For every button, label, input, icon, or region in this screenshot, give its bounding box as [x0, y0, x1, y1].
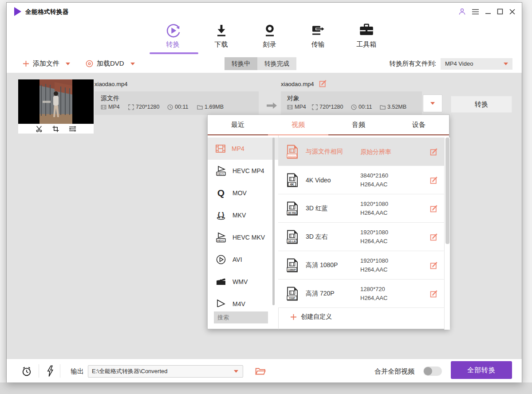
minimize-icon[interactable] [485, 8, 491, 15]
target-format-caret-icon [430, 102, 435, 105]
edit-preset-icon[interactable] [430, 290, 438, 298]
preset-row-4k[interactable]: 4K 4K Video 3840*2160 H264,AAC [278, 166, 444, 194]
preset-list-scrollbar-thumb[interactable] [445, 138, 449, 244]
edit-preset-icon[interactable] [430, 176, 438, 184]
toolbar: 添加文件 加载DVD 转换中 转换完成 转换所有文件到: MP4 Video [7, 55, 522, 73]
edit-preset-icon[interactable] [430, 261, 438, 269]
effects-adjust-icon[interactable] [69, 126, 76, 132]
output-path-value: E:\全能格式转换器\Converted [92, 367, 168, 375]
high-speed-bolt-icon[interactable] [46, 365, 55, 377]
edit-preset-icon[interactable] [430, 233, 438, 241]
tab-download-label: 下载 [215, 40, 228, 49]
tab-convert-label: 转换 [166, 40, 180, 49]
preset-resolution: 1920*1080 [360, 256, 418, 265]
create-custom-button[interactable]: 创建自定义 [290, 313, 332, 321]
rename-edit-icon[interactable] [319, 79, 327, 87]
target-format: MP4 [287, 104, 306, 110]
svg-text:3D RB: 3D RB [288, 211, 296, 214]
target-panel-label: 对象 [287, 95, 299, 102]
preset-name: 与源文件相同 [306, 148, 360, 156]
format-item-mkv[interactable]: { } MKV [208, 204, 278, 226]
clock-icon [167, 104, 173, 110]
app-logo-icon [13, 7, 22, 16]
source-info-panel: 源文件 MP4 720*1280 00:11 1.69MB [95, 91, 259, 115]
plus-icon [23, 60, 29, 67]
merge-videos-toggle[interactable] [423, 366, 442, 376]
convert-all-to-group: 转换所有文件到: MP4 Video [389, 55, 512, 73]
source-filename: xiaodao.mp4 [95, 81, 127, 87]
maximize-icon[interactable] [497, 8, 503, 15]
open-output-folder-icon[interactable] [255, 367, 266, 375]
edit-preset-icon[interactable] [430, 148, 438, 156]
tab-toolbox[interactable]: 工具箱 [342, 20, 390, 52]
target-resolution: 720*1280 [312, 104, 343, 110]
bottom-bar: 输出 E:\全能格式转换器\Converted 合并全部视频 全部转换 [7, 359, 522, 382]
popup-tab-recent[interactable]: 最近 [208, 115, 268, 134]
convert-all-button[interactable]: 全部转换 [451, 361, 512, 379]
preset-resolution: 3840*2160 [360, 171, 418, 180]
popup-tab-audio[interactable]: 音频 [328, 115, 389, 134]
edit-preset-icon[interactable] [430, 205, 438, 213]
account-icon[interactable] [458, 8, 466, 16]
load-dvd-caret-icon[interactable] [130, 63, 135, 65]
preset-name: 3D 红蓝 [306, 205, 360, 213]
format-item-wmv[interactable]: WMV [208, 271, 278, 293]
tab-burn-label: 刻录 [263, 40, 276, 49]
quicktime-q-icon: Q [215, 187, 227, 199]
load-dvd-button[interactable]: 加载DVD [86, 55, 135, 73]
preset-row-same-as-source[interactable]: source 与源文件相同 原始分辨率 [278, 138, 444, 166]
preset-row-hd-1080p[interactable]: 1080P 高清 1080P 1920*1080 H264,AAC [278, 251, 444, 280]
mp4-film-icon [215, 143, 226, 154]
format-item-hevc-mp4[interactable]: HEVC HEVC MP4 [208, 160, 278, 182]
format-picker-popup: 最近 视频 音频 设备 MP4 HEVC HEVC MP4 [207, 114, 449, 329]
divider [39, 364, 39, 378]
tab-converted[interactable]: 转换完成 [257, 57, 296, 70]
target-format-dropdown-button[interactable] [423, 95, 442, 112]
format-list-scrollbar[interactable] [272, 138, 275, 305]
tab-convert[interactable]: 转换 [149, 20, 197, 52]
format-item-mp4[interactable]: MP4 [208, 138, 278, 160]
preset-list-scrollbar-track[interactable] [444, 138, 450, 330]
add-files-button[interactable]: 添加文件 [23, 55, 70, 73]
schedule-clock-icon[interactable] [21, 366, 32, 377]
output-format-select[interactable]: MP4 Video [441, 58, 512, 70]
preset-resolution: 原始分辨率 [360, 147, 418, 156]
preset-specs: 1920*1080 H264,AAC [360, 200, 418, 217]
svg-text:Q: Q [217, 188, 225, 198]
title-bar: 全能格式转换器 [7, 3, 522, 20]
popup-tab-device[interactable]: 设备 [389, 115, 449, 134]
source-format: MP4 [101, 104, 120, 110]
output-label: 输出 [71, 367, 84, 376]
format-item-mov[interactable]: Q MOV [208, 182, 278, 204]
convert-row-button[interactable]: 转换 [451, 96, 512, 113]
1080p-file-icon: 1080P [286, 258, 299, 272]
close-icon[interactable] [509, 8, 516, 15]
preset-row-3d-rb[interactable]: 3D RB 3D 红蓝 1920*1080 H264,AAC [278, 194, 444, 223]
format-item-hevc-mkv[interactable]: HEVC HEVC MKV [208, 226, 278, 248]
tab-toolbox-label: 工具箱 [356, 40, 376, 49]
trim-scissors-icon[interactable] [35, 126, 43, 132]
svg-text:source: source [288, 154, 296, 157]
format-search-input[interactable] [214, 311, 268, 323]
format-item-m4v[interactable]: M4V [208, 293, 278, 307]
desktop-background [0, 382, 532, 394]
toggle-knob [424, 367, 432, 375]
tab-download[interactable]: 下载 [197, 20, 245, 52]
burn-disc-icon [262, 22, 278, 39]
load-dvd-label: 加载DVD [97, 59, 124, 68]
popup-tab-video[interactable]: 视频 [268, 115, 328, 134]
menu-icon[interactable] [472, 8, 479, 15]
preset-row-3d-lr[interactable]: 3D LR 3D 左右 1920*1080 H264,AAC [278, 223, 444, 251]
divider [60, 364, 60, 378]
tab-converting[interactable]: 转换中 [225, 57, 257, 70]
output-path-select[interactable]: E:\全能格式转换器\Converted [88, 365, 243, 378]
tab-transfer[interactable]: 传输 [294, 20, 342, 52]
preset-row-hd-720p[interactable]: 720P 高清 720P 1280*720 H264,AAC [278, 280, 444, 308]
tab-burn[interactable]: 刻录 [245, 20, 294, 52]
app-title: 全能格式转换器 [25, 8, 69, 16]
source-to-target-arrow-icon [267, 102, 277, 109]
format-item-avi[interactable]: AVI [208, 248, 278, 271]
add-files-caret-icon[interactable] [66, 63, 70, 65]
svg-text:720P: 720P [289, 296, 295, 299]
crop-icon[interactable] [52, 126, 59, 132]
